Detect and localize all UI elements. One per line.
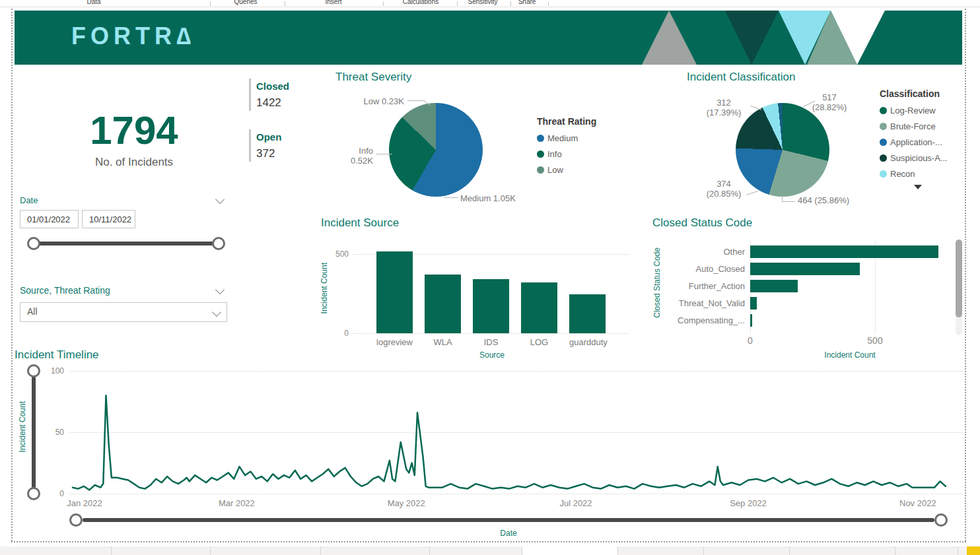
category-label: IDS (473, 337, 509, 347)
legend-label: Low (547, 165, 563, 175)
open-label: Open (256, 131, 281, 143)
legend-dot (880, 139, 887, 146)
gridline (352, 333, 629, 334)
incident-timeline-line[interactable] (0, 356, 964, 508)
ribbon-tab-calculations[interactable]: Calculations (403, 0, 438, 5)
legend-dot (537, 166, 544, 174)
legend-dot (880, 107, 887, 114)
ribbon-tab-sensitivity[interactable]: Sensitivity (468, 0, 497, 5)
threat-rating-legend: Threat RatingMediumInfoLow (537, 116, 596, 181)
date-axis-slider-handle-right[interactable] (934, 513, 948, 527)
xtick: Nov 2022 (885, 498, 951, 508)
ribbon-tab-data[interactable]: Data (87, 0, 100, 5)
category-label: Auto_Closed (660, 264, 745, 274)
ribbon-separator (285, 1, 285, 6)
closed-value: 1422 (256, 96, 281, 110)
date-range-slider-handle-left[interactable] (27, 237, 40, 250)
bottom-bar-separator (210, 546, 211, 555)
legend-label: Medium (547, 133, 578, 143)
category-label: logreview (376, 337, 413, 347)
bottom-bar-separator (958, 546, 958, 555)
closed-status-code-title: Closed Status Code (652, 216, 752, 230)
bar-log[interactable] (521, 282, 557, 333)
incident-source-bars (376, 249, 654, 333)
callout-line (407, 100, 425, 101)
chevron-down-icon[interactable] (215, 285, 225, 294)
bar-auto-closed[interactable] (750, 263, 860, 275)
legend-item-application-[interactable]: Application-... (880, 137, 948, 147)
ribbon-tab-insert[interactable]: Insert (325, 0, 341, 5)
legend-item-medium[interactable]: Medium (537, 133, 596, 143)
incident-source-categories: logreviewWLAIDSLOGguardduty (376, 337, 654, 347)
bottom-bar-separator (703, 546, 704, 555)
xtick: Jan 2022 (52, 498, 118, 508)
legend-item-low[interactable]: Low (537, 165, 596, 175)
ribbon-tab-queries[interactable]: Queries (234, 0, 257, 5)
callout-medium: Medium 1.05K (460, 193, 516, 203)
timeline-series[interactable] (73, 395, 946, 490)
ribbon-tab-share[interactable]: Share (518, 0, 536, 5)
ribbon-separator (510, 1, 511, 6)
bottom-bar-separator (111, 546, 112, 555)
callout-line (782, 201, 795, 202)
xtick: Sep 2022 (715, 498, 781, 508)
bar-guardduty[interactable] (569, 294, 606, 333)
source-threat-slicer-title: Source, Threat Rating (20, 285, 110, 296)
table-row: Compensating_... (660, 311, 958, 329)
table-row: Further_Action (660, 277, 958, 294)
legend-dot (880, 154, 887, 162)
closed-status-code-rows: OtherAuto_ClosedFurther_ActionThreat_Not… (660, 243, 958, 329)
legend-dot (537, 150, 544, 158)
ribbon-separator (548, 1, 549, 6)
bottom-bar-accent (967, 546, 980, 555)
callout-bruteforce: 464 (25.86%) (798, 195, 849, 205)
bottom-bar-separator (429, 546, 430, 555)
open-card-accent (249, 129, 251, 162)
bar-further-action[interactable] (750, 280, 798, 292)
bottom-bar-separator (320, 546, 321, 555)
legend-item-info[interactable]: Info (537, 149, 596, 159)
xtick: 0 (737, 335, 763, 346)
legend-dot (880, 123, 887, 130)
xtick: Jul 2022 (543, 498, 609, 508)
bar-logreview[interactable] (376, 251, 413, 333)
date-slicer-title: Date (20, 195, 38, 205)
legend-item-suspicious-a-[interactable]: Suspicious-A... (880, 153, 948, 163)
bottom-bar-separator (789, 546, 790, 555)
legend-item-brute-force[interactable]: Brute-Force (880, 121, 948, 131)
bar-ids[interactable] (473, 279, 509, 333)
powerbi-dashboard: DataQueriesInsertCalculationsSensitivity… (0, 0, 980, 555)
bottom-bar-active-segment[interactable] (522, 546, 617, 555)
legend-scroll-down-icon[interactable] (914, 185, 922, 189)
header-banner: FORTR∆ (15, 11, 962, 65)
total-incidents-value: 1794 (55, 108, 213, 153)
callout-low: Low 0.23K (353, 96, 404, 106)
date-range-slider-track[interactable] (36, 242, 217, 245)
date-axis-slider-track[interactable] (83, 518, 934, 522)
date-range-slider-handle-right[interactable] (212, 237, 225, 250)
legend-item-log-review[interactable]: Log-Review (880, 106, 948, 115)
chevron-down-icon[interactable] (215, 195, 225, 204)
chart-scrollbar-thumb[interactable] (956, 240, 962, 317)
date-end-input[interactable]: 10/11/2022 (82, 210, 135, 228)
bottom-bar-separator (617, 546, 618, 555)
legend-title: Classification (880, 88, 948, 99)
legend-item-recon[interactable]: Recon (880, 169, 948, 179)
bar-wla[interactable] (425, 275, 461, 333)
bottom-bar-separator (895, 546, 895, 555)
legend-label: Recon (890, 169, 915, 179)
date-start-input[interactable]: 01/01/2022 (20, 210, 79, 228)
bar-threat-not-valid[interactable] (750, 297, 757, 310)
source-threat-dropdown[interactable]: All (20, 302, 227, 322)
bar-other[interactable] (750, 245, 938, 258)
incident-classification-pie[interactable] (736, 103, 829, 197)
ribbon-strip: DataQueriesInsertCalculationsSensitivity… (0, 0, 980, 7)
bar-compensating-[interactable] (750, 314, 752, 327)
category-label: LOG (521, 337, 557, 347)
legend-dot (537, 135, 544, 142)
category-label: Other (660, 247, 745, 257)
date-axis-slider-handle-left[interactable] (69, 513, 83, 527)
threat-severity-pie[interactable] (389, 103, 483, 197)
ribbon-separator (383, 1, 384, 6)
ytick: 0 (322, 329, 349, 338)
